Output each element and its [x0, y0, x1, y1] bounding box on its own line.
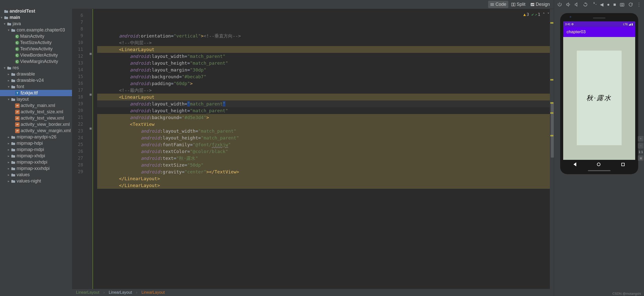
code-line[interactable]: android:textColor="@color/black" [97, 148, 554, 155]
tree-item[interactable]: ▸mipmap-mdpi [0, 146, 72, 153]
svg-rect-1 [490, 4, 494, 5]
zoom-in-button[interactable]: + [638, 136, 643, 141]
tree-item[interactable]: ▸mipmap-anydpi-v26 [0, 134, 72, 140]
code-line[interactable]: android:textSize="50dp" [97, 162, 554, 168]
chevron-icon: ▸ [7, 160, 10, 164]
screenshot-icon[interactable] [620, 2, 625, 7]
fold-column[interactable] [93, 9, 96, 289]
code-line[interactable]: <!--中间层--> [97, 39, 554, 46]
breadcrumb[interactable]: LinearLayout › LinearLayout › LinearLayo… [72, 289, 554, 296]
tree-item[interactable]: ⇄activity_main.xml [0, 102, 72, 109]
breadcrumb-item[interactable]: LinearLayout [141, 290, 165, 295]
tree-item[interactable]: ▾layout [0, 96, 72, 102]
tree-item[interactable]: CViewBorderActivity [0, 52, 72, 58]
mode-design[interactable]: Design [528, 1, 552, 8]
breadcrumb-item[interactable]: LinearLayout [76, 290, 99, 295]
design-icon [530, 3, 534, 7]
tree-item[interactable]: ▾res [0, 65, 72, 71]
tree-item[interactable]: CViewMarginActivity [0, 58, 72, 65]
nav-down-icon[interactable]: ˅ [547, 11, 549, 18]
tree-label: activity_view_border.xml [21, 122, 70, 127]
code-line[interactable]: android:layout_width="match_parent" [97, 53, 554, 60]
tree-item[interactable]: CTextViewActivity [0, 46, 72, 52]
code-line[interactable]: <LinearLayout [97, 94, 554, 100]
folder-icon [11, 72, 16, 77]
tree-item[interactable]: ⇄activity_text_view.xml [0, 115, 72, 121]
tree-item[interactable]: ⇄activity_view_border.xml [0, 121, 72, 128]
folder-icon [11, 135, 16, 139]
tree-item[interactable]: ▾java [0, 21, 72, 27]
tree-label: ViewBorderActivity [20, 53, 58, 58]
code-line[interactable]: android:layout_margin="30dp" [97, 66, 554, 73]
tree-item[interactable]: ▾main [0, 14, 72, 21]
tree-item[interactable]: ▸mipmap-hdpi [0, 140, 72, 146]
font-icon: T [15, 91, 20, 95]
code-line[interactable]: android:background="#d5e3d4"> [97, 114, 554, 121]
breadcrumb-item[interactable]: LinearLayout [109, 290, 132, 295]
tree-item[interactable]: ▸mipmap-xxhdpi [0, 159, 72, 165]
mode-split[interactable]: Split [509, 1, 527, 8]
tick-count: 1 [538, 11, 540, 18]
refresh-icon[interactable] [628, 2, 633, 7]
volume-down-icon[interactable] [574, 2, 579, 7]
code-line[interactable]: </LinearLayout> [97, 175, 554, 182]
tree-item[interactable]: ▸mipmap-xhdpi [0, 153, 72, 159]
device-frame-area[interactable]: 3:41 ⚙ LTE ◢ ▮ chapter03 秋·露水 [554, 9, 644, 296]
tree-item[interactable]: ▾com.example.chapter03 [0, 27, 72, 33]
home-icon[interactable]: ● [607, 2, 610, 7]
code-line[interactable]: android:background="#becab7" [97, 73, 554, 80]
project-tree[interactable]: androidTest▾main▾java▾com.example.chapte… [0, 0, 72, 296]
nav-home-icon[interactable] [597, 163, 600, 166]
device-screen: 3:41 ⚙ LTE ◢ ▮ chapter03 秋·露水 [563, 21, 635, 161]
tree-item[interactable]: ⇄activity_text_size.xml [0, 109, 72, 115]
more-icon[interactable]: ⋮ [637, 2, 641, 7]
code-content[interactable]: ▲ 3 ✔↗ 1 ˄ ˅ android:orientation="vertic… [96, 9, 554, 289]
line-number: 27 [72, 155, 83, 162]
line-number: 25 [72, 141, 83, 148]
zoom-fit-button[interactable]: ▣ [638, 155, 643, 161]
code-line[interactable]: android:orientation="vertical"><!--垂直方向-… [97, 32, 554, 39]
volume-up-icon[interactable] [566, 2, 571, 7]
code-line[interactable]: <!--最内层--> [97, 87, 554, 94]
code-line[interactable]: <LinearLayout [97, 46, 554, 53]
code-line[interactable]: android:layout_height="match_parent" [97, 134, 554, 141]
tree-item[interactable]: ▸values-night [0, 178, 72, 184]
home-indicator [588, 170, 611, 171]
rotate-left-icon[interactable] [583, 2, 588, 7]
tree-item[interactable]: ▸drawable [0, 71, 72, 77]
editor-scrollbar[interactable] [550, 9, 554, 289]
code-line[interactable]: android:fontFamily="@font/fzxkjw" [97, 141, 554, 148]
tree-item[interactable]: CMainActivity [0, 33, 72, 40]
code-line[interactable]: android:layout_height="match_parent" [97, 107, 554, 114]
tree-item[interactable]: CTextSizeActivity [0, 40, 72, 46]
code-line[interactable]: android:gravity="center"></TextView> [97, 168, 554, 175]
tree-item[interactable]: Tfzxkjw.ttf [0, 90, 72, 96]
overview-icon[interactable]: ■ [613, 2, 616, 7]
code-editor[interactable]: 6789101112131415161718192021222324252627… [72, 9, 554, 289]
power-icon[interactable] [557, 2, 562, 7]
code-line[interactable]: 💡 android:layout_width="match_parent" [97, 100, 554, 107]
line-number: 28 [72, 162, 83, 168]
mode-code-label: Code [495, 2, 506, 7]
tree-item[interactable]: ▸mipmap-xxxhdpi [0, 165, 72, 172]
inspection-summary[interactable]: ▲ 3 ✔↗ 1 ˄ ˅ [523, 11, 549, 18]
textview-content: 秋·露水 [586, 94, 612, 102]
tree-item[interactable]: ▸drawable-v24 [0, 77, 72, 84]
code-line[interactable]: android:layout_width="match_parent" [97, 128, 554, 134]
tree-item[interactable]: androidTest [0, 8, 72, 14]
nav-up-icon[interactable]: ˄ [543, 11, 545, 18]
code-line[interactable]: <TextView [97, 121, 554, 128]
rotate-right-icon[interactable] [591, 2, 596, 7]
nav-recent-icon[interactable] [621, 163, 625, 166]
back-icon[interactable]: ◀ [600, 2, 603, 7]
code-line[interactable]: android:padding="60dp"> [97, 80, 554, 87]
nav-back-icon[interactable] [574, 162, 576, 166]
zoom-out-button[interactable]: − [638, 143, 643, 149]
code-line[interactable]: </LinearLayout> [97, 182, 554, 189]
code-line[interactable]: android:layout_height="match_parent" [97, 60, 554, 66]
mode-code[interactable]: Code [488, 1, 508, 8]
code-line[interactable]: android:text="秋·露水" [97, 155, 554, 162]
tree-item[interactable]: ⇄activity_view_margin.xml [0, 128, 72, 134]
tree-item[interactable]: ▸values [0, 172, 72, 178]
tree-item[interactable]: ▾font [0, 84, 72, 90]
